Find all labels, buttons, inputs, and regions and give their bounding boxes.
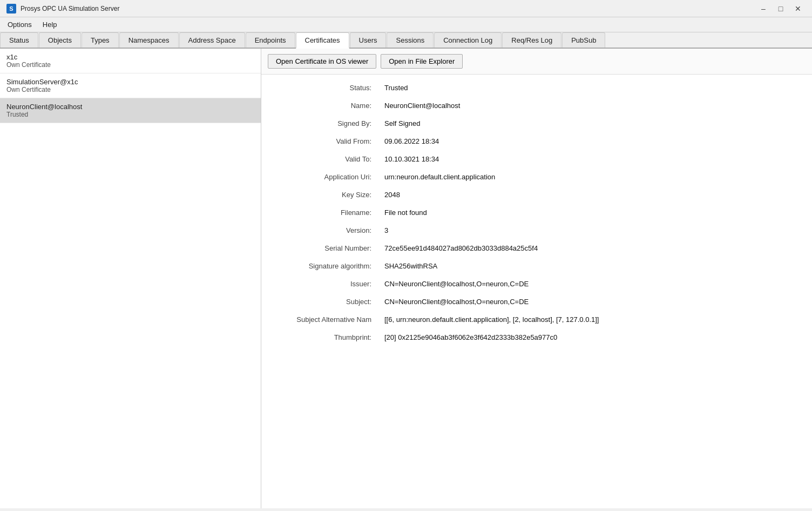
tab-types[interactable]: Types (82, 32, 119, 48)
value-name: NeuronClient@localhost (380, 97, 812, 115)
cert-item-sim-server-name: SimulationServer@x1c (6, 78, 254, 86)
label-key-size: Key Size: (261, 186, 380, 204)
value-valid-to: 10.10.3021 18:34 (380, 150, 812, 168)
label-signature-algorithm: Signature algorithm: (261, 257, 380, 275)
label-version: Version: (261, 221, 380, 239)
tab-sessions[interactable]: Sessions (387, 32, 434, 48)
minimize-button[interactable]: – (756, 3, 771, 14)
label-serial-number: Serial Number: (261, 239, 380, 257)
cert-item-x1c-sub: Own Certificate (6, 61, 254, 69)
cert-item-sim-server-sub: Own Certificate (6, 86, 254, 93)
value-signature-algorithm: SHA256withRSA (380, 257, 812, 275)
value-application-uri: urn:neuron.default.client.application (380, 168, 812, 186)
tab-endpoints[interactable]: Endpoints (246, 32, 295, 48)
cert-item-neuron-client-sub: Trusted (6, 111, 254, 118)
action-bar: Open Certificate in OS viewer Open in Fi… (261, 49, 812, 75)
label-valid-to: Valid To: (261, 150, 380, 168)
open-in-file-explorer-button[interactable]: Open in File Explorer (381, 54, 463, 69)
app-icon: S (6, 4, 16, 14)
value-serial-number: 72ce55ee91d484027ad8062db3033d884a25c5f4 (380, 239, 812, 257)
value-valid-from: 09.06.2022 18:34 (380, 132, 812, 150)
left-panel: x1c Own Certificate SimulationServer@x1c… (0, 49, 261, 508)
open-in-os-viewer-button[interactable]: Open Certificate in OS viewer (268, 54, 376, 69)
right-panel: Open Certificate in OS viewer Open in Fi… (261, 49, 812, 508)
menu-bar: Options Help (0, 17, 812, 32)
maximize-button[interactable]: □ (773, 3, 788, 14)
cert-item-sim-server[interactable]: SimulationServer@x1c Own Certificate (0, 73, 261, 98)
value-filename: File not found (380, 204, 812, 221)
tab-certificates[interactable]: Certificates (296, 32, 349, 49)
tab-status[interactable]: Status (0, 32, 38, 48)
label-status: Status: (261, 79, 380, 97)
tab-objects[interactable]: Objects (39, 32, 81, 48)
value-version: 3 (380, 221, 812, 239)
tab-address-space[interactable]: Address Space (179, 32, 245, 48)
value-key-size: 2048 (380, 186, 812, 204)
value-signed-by: Self Signed (380, 115, 812, 132)
menu-help[interactable]: Help (37, 18, 63, 31)
label-issuer: Issuer: (261, 275, 380, 293)
value-subject-alt-name: [[6, urn:neuron.default.client.applicati… (380, 311, 812, 328)
label-valid-from: Valid From: (261, 132, 380, 150)
cert-item-x1c-name: x1c (6, 53, 254, 61)
tab-pubsub[interactable]: PubSub (562, 32, 605, 48)
tab-namespaces[interactable]: Namespaces (119, 32, 179, 48)
tab-req-res-log[interactable]: Req/Res Log (502, 32, 561, 48)
main-content: x1c Own Certificate SimulationServer@x1c… (0, 49, 812, 508)
cert-item-x1c[interactable]: x1c Own Certificate (0, 49, 261, 73)
tabs-bar: Status Objects Types Namespaces Address … (0, 32, 812, 49)
label-name: Name: (261, 97, 380, 115)
tab-connection-log[interactable]: Connection Log (434, 32, 502, 48)
cert-item-neuron-client-name: NeuronClient@localhost (6, 103, 254, 111)
close-button[interactable]: ✕ (790, 3, 806, 14)
menu-options[interactable]: Options (2, 18, 37, 31)
value-issuer: CN=NeuronClient@localhost,O=neuron,C=DE (380, 275, 812, 293)
tab-users[interactable]: Users (350, 32, 387, 48)
label-signed-by: Signed By: (261, 115, 380, 132)
detail-grid: Status: Trusted Name: NeuronClient@local… (261, 75, 812, 351)
title-bar: S Prosys OPC UA Simulation Server – □ ✕ (0, 0, 812, 17)
title-bar-text: Prosys OPC UA Simulation Server (21, 5, 756, 12)
value-thumbprint: [20] 0x2125e9046ab3f6062e3f642d2333b382e… (380, 328, 812, 346)
cert-item-neuron-client[interactable]: NeuronClient@localhost Trusted (0, 98, 261, 123)
label-subject: Subject: (261, 293, 380, 311)
label-filename: Filename: (261, 204, 380, 221)
label-thumbprint: Thumbprint: (261, 328, 380, 346)
title-bar-controls: – □ ✕ (756, 3, 806, 14)
value-subject: CN=NeuronClient@localhost,O=neuron,C=DE (380, 293, 812, 311)
label-application-uri: Application Uri: (261, 168, 380, 186)
label-subject-alt-name: Subject Alternative Nam (261, 311, 380, 328)
value-status: Trusted (380, 79, 812, 97)
